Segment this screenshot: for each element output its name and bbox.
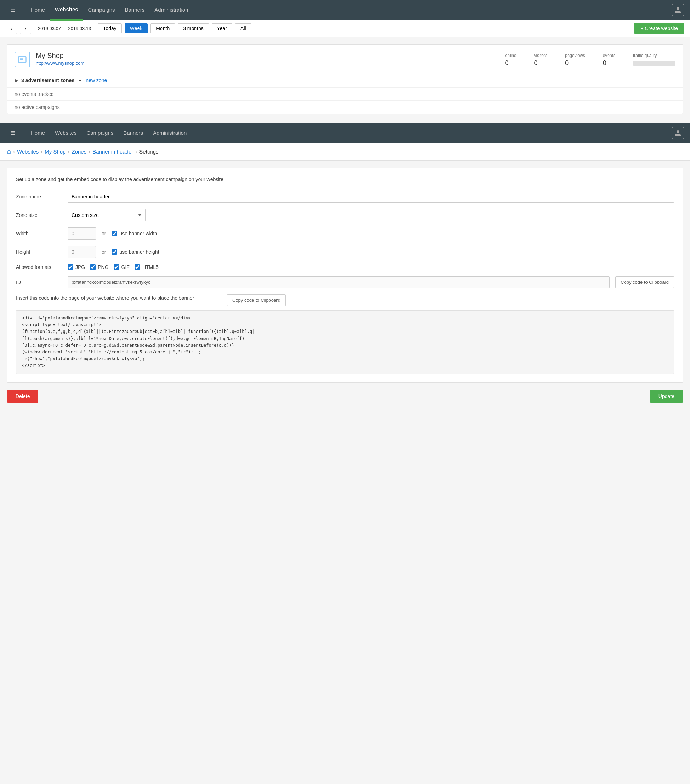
height-label: Height <box>16 249 62 255</box>
date-toolbar: ‹ › 2019.03.07 — 2019.03.13 Today Week M… <box>0 20 690 37</box>
height-checkbox[interactable] <box>112 249 117 255</box>
height-checkbox-group: use banner height <box>112 249 159 255</box>
nav2-banners[interactable]: Banners <box>118 123 148 143</box>
visitors-value: 0 <box>534 59 547 67</box>
nav2-administration[interactable]: Administration <box>148 123 191 143</box>
breadcrumb-myshop[interactable]: My Shop <box>45 148 66 155</box>
all-button[interactable]: All <box>235 23 251 33</box>
zone-size-row: Zone size Custom size Banner (468x60) Le… <box>16 209 674 221</box>
zone-form: Set up a zone and get the embed code to … <box>7 168 683 383</box>
year-button[interactable]: Year <box>212 23 232 33</box>
events-value: 0 <box>603 59 615 67</box>
zone-size-select[interactable]: Custom size Banner (468x60) Leaderboard … <box>68 209 145 221</box>
menu-icon-2[interactable]: ☰ <box>6 123 20 143</box>
nav1-administration[interactable]: Administration <box>149 0 193 20</box>
sep1: › <box>41 148 43 155</box>
width-or-label: or <box>102 231 106 236</box>
next-period-button[interactable]: › <box>20 23 31 34</box>
id-row: ID Copy code to Clipboard <box>16 276 674 288</box>
id-label: ID <box>16 280 62 285</box>
new-zone-link[interactable]: new zone <box>86 77 107 83</box>
three-months-button[interactable]: 3 months <box>178 23 209 33</box>
formats-label: Allowed formats <box>16 264 62 270</box>
zone-name-input[interactable] <box>68 191 674 203</box>
pageviews-label: pageviews <box>565 53 585 58</box>
create-website-button[interactable]: + Create website <box>634 23 684 34</box>
website-card: My Shop http://www.myshop.com online 0 v… <box>7 44 683 114</box>
sep2: › <box>68 148 70 155</box>
id-input-group <box>68 276 610 288</box>
today-button[interactable]: Today <box>98 23 121 33</box>
nav1-campaigns[interactable]: Campaigns <box>83 0 120 20</box>
visitors-label: visitors <box>534 53 547 58</box>
embed-copy-button[interactable]: Copy code to Clipboard <box>227 294 286 306</box>
formats-row: Allowed formats JPG PNG GIF HTML5 <box>16 264 674 270</box>
menu-icon-1[interactable]: ☰ <box>6 0 20 20</box>
sep3: › <box>89 148 90 155</box>
zone-row: ▶ 3 advertisement zones + new zone <box>7 73 683 88</box>
avatar-icon-2[interactable] <box>672 127 684 139</box>
zone-size-label: Zone size <box>16 212 62 218</box>
stat-traffic: traffic quality <box>633 53 675 67</box>
month-button[interactable]: Month <box>150 23 175 33</box>
sep4: › <box>135 148 137 155</box>
stat-online: online 0 <box>505 53 517 67</box>
zone-name-row: Zone name <box>16 191 674 203</box>
width-checkbox-group: use banner width <box>112 231 157 236</box>
section2: ☰ Home Websites Campaigns Banners Admini… <box>0 123 690 403</box>
home-icon[interactable]: ⌂ <box>7 148 11 155</box>
copy-id-button[interactable]: Copy code to Clipboard <box>615 276 674 288</box>
html5-checkbox[interactable] <box>135 264 140 270</box>
websites-section: My Shop http://www.myshop.com online 0 v… <box>0 37 690 117</box>
delete-button[interactable]: Delete <box>7 390 38 403</box>
jpg-checkbox[interactable] <box>68 264 73 270</box>
traffic-bar <box>633 61 675 66</box>
website-header: My Shop http://www.myshop.com online 0 v… <box>7 44 683 73</box>
pageviews-value: 0 <box>565 59 585 67</box>
nav2-home[interactable]: Home <box>26 123 50 143</box>
website-url[interactable]: http://www.myshop.com <box>36 61 500 66</box>
update-button[interactable]: Update <box>650 390 683 403</box>
breadcrumb: ⌂ › Websites › My Shop › Zones › Banner … <box>0 143 690 161</box>
height-row: Height or use banner height <box>16 246 674 258</box>
nav2-campaigns[interactable]: Campaigns <box>81 123 118 143</box>
breadcrumb-settings: Settings <box>139 148 158 155</box>
formats-checkboxes: JPG PNG GIF HTML5 <box>68 264 158 270</box>
sep0: › <box>13 148 15 155</box>
date-range-display: 2019.03.07 — 2019.03.13 <box>34 24 95 33</box>
nav1-home[interactable]: Home <box>26 0 50 20</box>
html5-label: HTML5 <box>142 264 158 270</box>
form-description: Set up a zone and get the embed code to … <box>16 176 674 182</box>
format-jpg: JPG <box>68 264 85 270</box>
format-gif: GIF <box>114 264 130 270</box>
no-events-row: no events tracked <box>7 88 683 101</box>
gif-checkbox[interactable] <box>114 264 119 270</box>
breadcrumb-banner[interactable]: Banner in header <box>92 148 133 155</box>
website-name: My Shop <box>36 52 500 60</box>
stats-row: online 0 visitors 0 pageviews 0 events 0… <box>505 52 675 67</box>
week-button[interactable]: Week <box>125 23 148 33</box>
embed-code-block[interactable]: <div id="pxfatahndkcolmqbuefzramvkekrwfy… <box>16 310 674 374</box>
width-use-label: use banner width <box>119 231 157 236</box>
traffic-label: traffic quality <box>633 53 675 58</box>
width-input[interactable] <box>68 227 96 239</box>
png-label: PNG <box>98 264 108 270</box>
format-png: PNG <box>90 264 108 270</box>
zone-name-label: Zone name <box>16 194 62 199</box>
png-checkbox[interactable] <box>90 264 96 270</box>
avatar-icon-1[interactable] <box>672 3 684 16</box>
breadcrumb-websites[interactable]: Websites <box>17 148 39 155</box>
nav1-websites[interactable]: Websites <box>50 0 83 20</box>
stat-visitors: visitors 0 <box>534 53 547 67</box>
height-input[interactable] <box>68 246 96 258</box>
width-checkbox[interactable] <box>112 231 117 236</box>
nav2-websites[interactable]: Websites <box>50 123 81 143</box>
breadcrumb-zones[interactable]: Zones <box>72 148 87 155</box>
nav1-banners[interactable]: Banners <box>120 0 149 20</box>
jpg-label: JPG <box>75 264 85 270</box>
prev-period-button[interactable]: ‹ <box>6 23 17 34</box>
embed-description-row: Insert this code into the page of your w… <box>16 294 674 306</box>
expand-icon[interactable]: ▶ <box>15 77 18 83</box>
id-input[interactable] <box>68 276 610 288</box>
stat-events: events 0 <box>603 53 615 67</box>
